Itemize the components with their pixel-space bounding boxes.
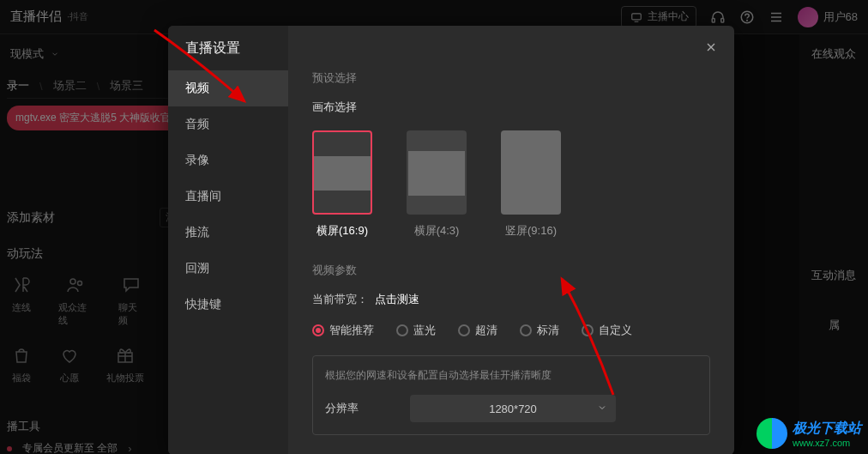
close-icon <box>704 40 718 54</box>
radio-icon <box>396 324 408 336</box>
resolution-value: 1280*720 <box>489 403 537 415</box>
radio-icon <box>458 324 470 336</box>
video-params-label: 视频参数 <box>312 263 710 278</box>
info-text: 根据您的网速和设备配置自动选择最佳开播清晰度 <box>325 368 697 383</box>
canvas-label-916: 竖屏(9:16) <box>505 223 557 239</box>
quality-custom[interactable]: 自定义 <box>582 323 632 338</box>
quality-custom-label: 自定义 <box>599 323 632 338</box>
quality-sd-label: 标清 <box>537 323 559 338</box>
quality-smart[interactable]: 智能推荐 <box>312 323 374 338</box>
radio-checked-icon <box>312 324 324 336</box>
modal-content: 预设选择 画布选择 横屏(16:9) 横屏(4:3) 竖屏(9:16) 视频参数… <box>288 26 734 454</box>
close-button[interactable] <box>702 38 720 57</box>
quality-sd[interactable]: 标清 <box>520 323 559 338</box>
resolution-select[interactable]: 1280*720 <box>410 395 616 422</box>
resolution-label: 分辨率 <box>325 401 359 416</box>
tab-record[interactable]: 录像 <box>168 142 288 179</box>
canvas-label: 画布选择 <box>312 100 710 115</box>
canvas-preview-43 <box>407 130 467 215</box>
canvas-option-916[interactable]: 竖屏(9:16) <box>501 130 561 239</box>
canvas-preview-916 <box>501 130 561 215</box>
canvas-preview-169 <box>312 130 372 215</box>
preset-label: 预设选择 <box>312 70 710 86</box>
watermark: 极光下载站 www.xz7.com <box>756 418 861 449</box>
watermark-url: www.xz7.com <box>793 438 861 448</box>
watermark-text: 极光下载站 <box>793 420 861 438</box>
modal-title: 直播设置 <box>185 39 240 58</box>
watermark-logo-icon <box>756 418 787 449</box>
radio-icon <box>582 324 594 336</box>
modal-backdrop: 直播设置 视频 音频 录像 直播间 推流 回溯 快捷键 预设选择 画布选择 横屏… <box>0 0 868 454</box>
quality-bluray-label: 蓝光 <box>413 323 436 338</box>
tab-hotkey[interactable]: 快捷键 <box>168 287 288 323</box>
info-box: 根据您的网速和设备配置自动选择最佳开播清晰度 分辨率 1280*720 <box>312 355 710 435</box>
chevron-down-icon <box>597 403 607 415</box>
speedtest-link[interactable]: 点击测速 <box>375 293 419 306</box>
quality-hd[interactable]: 超清 <box>458 323 497 338</box>
quality-smart-label: 智能推荐 <box>329 323 374 338</box>
tab-room[interactable]: 直播间 <box>168 179 288 215</box>
quality-bluray[interactable]: 蓝光 <box>396 323 436 338</box>
canvas-option-43[interactable]: 横屏(4:3) <box>407 130 467 239</box>
tab-video[interactable]: 视频 <box>168 70 288 106</box>
modal-sidebar: 视频 音频 录像 直播间 推流 回溯 快捷键 <box>168 26 288 454</box>
tab-replay[interactable]: 回溯 <box>168 251 288 287</box>
canvas-option-169[interactable]: 横屏(16:9) <box>312 130 372 239</box>
radio-icon <box>520 324 532 336</box>
canvas-label-43: 横屏(4:3) <box>414 223 460 239</box>
tab-audio[interactable]: 音频 <box>168 106 288 142</box>
settings-modal: 直播设置 视频 音频 录像 直播间 推流 回溯 快捷键 预设选择 画布选择 横屏… <box>168 26 734 454</box>
tab-stream[interactable]: 推流 <box>168 215 288 251</box>
canvas-label-169: 横屏(16:9) <box>316 223 368 239</box>
bandwidth-label: 当前带宽： <box>312 293 368 306</box>
quality-hd-label: 超清 <box>475 323 497 338</box>
